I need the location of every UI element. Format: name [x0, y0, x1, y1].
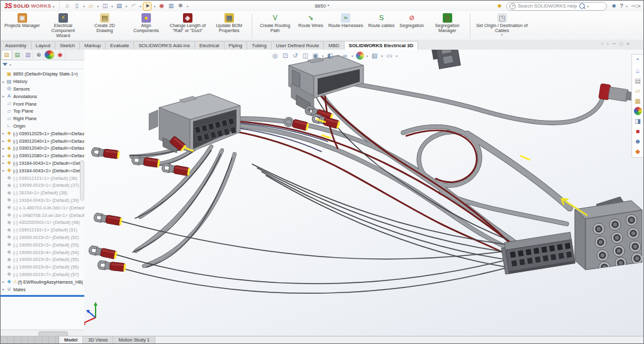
display-pane-icon[interactable]: ▥	[167, 3, 175, 10]
dropdown-caret-icon[interactable]: ▾	[367, 54, 369, 58]
route-wires-button[interactable]: ➘Route Wires	[296, 12, 326, 40]
tree-item[interactable]: ◈(-) 19099-0015<3> (Default) (53)	[1, 241, 84, 248]
connector-12-socket[interactable]	[575, 197, 643, 273]
tree-item[interactable]: ▸◈(-) 039012025<1> (Default<<Default	[1, 130, 84, 137]
undo-icon[interactable]: ↶	[130, 3, 137, 10]
tab-assembly[interactable]: Assembly	[0, 41, 31, 50]
tree-item[interactable]: ∟Origin	[1, 123, 84, 130]
login-icon[interactable]: ☻	[610, 3, 618, 10]
tree-item[interactable]: ◈(-) 19099-0015<5> (Default) (55)	[1, 256, 84, 264]
electrical-3d-pane-icon[interactable]: ■	[634, 127, 642, 135]
tab-piping[interactable]: Piping	[224, 41, 248, 50]
tree-item[interactable]: ▸∪Mates	[1, 286, 84, 293]
tree-item[interactable]: ◈(-) 4302520001<1> (Default) (48)	[1, 219, 84, 226]
dropdown-caret-icon[interactable]: ▾	[337, 54, 339, 58]
zoom-fit-icon[interactable]: ◎	[271, 52, 279, 60]
tree-item[interactable]: ◈(-) 19099-0015<4> (Default) (54)	[1, 248, 84, 256]
home-icon[interactable]: ⌂	[64, 3, 71, 10]
bottom-tab-motion-study-1[interactable]: Motion Study 1	[113, 336, 155, 343]
search-icon[interactable]	[579, 3, 585, 9]
tab-solidworks-electrical-3d[interactable]: SOLIDWORKS Electrical 3D	[344, 41, 419, 50]
tab-layout[interactable]: Layout	[31, 41, 55, 50]
tree-scrollbar[interactable]	[80, 160, 84, 201]
pack-and-go-icon[interactable]: ◆	[634, 147, 642, 155]
save-icon[interactable]: ◫	[101, 3, 109, 10]
tree-item[interactable]: ◈(-) 19099-0015<7> (Default) (57)	[1, 271, 84, 279]
options-icon[interactable]: ✱	[177, 3, 184, 10]
tab-sketch[interactable]: Sketch	[55, 41, 80, 50]
route-harnesses-button[interactable]: ≈Route Harnesses	[326, 12, 366, 40]
tree-item[interactable]: ◈(-) c-0480708-10-an-3d<1> (Default	[1, 211, 84, 219]
tree-item[interactable]: ◈(-) 19099-0015<6> (Default) (56)	[1, 264, 84, 271]
file-explorer-icon[interactable]: ▱	[634, 87, 642, 95]
dropdown-caret-icon[interactable]: ▾	[381, 54, 383, 58]
split-window-icon[interactable]: ▫	[607, 41, 609, 47]
tree-item[interactable]: ◈(-) c-1-480702-0-bt-3d1<1> (Default	[1, 204, 84, 211]
new-window-icon[interactable]: ▫	[601, 41, 603, 47]
forum-icon[interactable]: ☻	[634, 137, 642, 145]
feedback-icon[interactable]: ☻	[496, 3, 503, 10]
dropdown-caret-icon[interactable]: ▾	[125, 4, 127, 8]
tree-item[interactable]: ▸◈(-) 039012040<2> (Default<<Default	[1, 145, 84, 152]
dropdown-caret-icon[interactable]: ▾	[153, 4, 155, 8]
tree-item[interactable]: ▸AAnnotations	[1, 92, 84, 100]
collapse-chevron-icon[interactable]: ⌃	[634, 57, 642, 65]
graphics-viewport[interactable]: ◎⊡↺◫▣▾◧▾∞▾▾▧▾▭▾	[84, 50, 643, 336]
dimxpertmanager-tab-icon[interactable]: ⊕	[34, 50, 44, 59]
dropdown-caret-icon[interactable]: ▾	[501, 33, 503, 36]
appearances-scenes-icon[interactable]	[634, 107, 642, 115]
view-palette-icon[interactable]: ▦	[634, 97, 642, 105]
set-origin-destination-of-cables-button[interactable]: ◳Set Origin / Destination of Cables▾	[472, 12, 531, 40]
tree-item[interactable]: ◈(-) 19099-0015<1> (Default) (37)	[1, 182, 84, 189]
tree-item[interactable]: ◈(-) 039012161<1> (Default) (51)	[1, 226, 84, 234]
section-view-icon[interactable]: ◫	[301, 52, 309, 60]
dropdown-caret-icon[interactable]: ▾	[97, 4, 99, 8]
tab-user-defined-route[interactable]: User Defined Route	[271, 41, 324, 50]
dropdown-caret-icon[interactable]: ▾	[111, 4, 113, 8]
search-caret-icon[interactable]: ▾	[587, 4, 589, 8]
doc-close-button[interactable]: ×	[626, 41, 630, 47]
align-components-button[interactable]: ●Align Components	[125, 12, 167, 40]
tab-solidworks-add-ins[interactable]: SOLIDWORKS Add-Ins	[133, 41, 194, 50]
tree-item[interactable]: ◎Sensors	[1, 86, 84, 93]
route-cables-button[interactable]: SRoute cables	[365, 12, 397, 40]
configurationmanager-tab-icon[interactable]: ▥	[23, 50, 33, 59]
tree-item[interactable]: ▸◈⚠(f) EWRoutingAssyHarness_HB(	[1, 278, 84, 286]
tab-mbd[interactable]: MBD	[323, 41, 344, 50]
dropdown-caret-icon[interactable]: ▾	[396, 54, 398, 58]
view-settings-icon[interactable]: ▭	[386, 52, 394, 60]
update-bom-properties-button[interactable]: ▦Update BOM Properties	[208, 12, 250, 40]
tree-item[interactable]: ▸◈(-) 19164-0043<2> (Default<<Defau	[1, 167, 84, 174]
projects-manager-button[interactable]: ▣Projects Manager	[2, 12, 42, 40]
tree-item[interactable]: ▱Front Plane	[1, 100, 84, 108]
search-input[interactable]: ? Search SOLIDWORKS Help ▾	[506, 2, 607, 11]
doc-minimize-button[interactable]: ─	[613, 41, 616, 47]
tab-evaluate[interactable]: Evaluate	[105, 41, 134, 50]
previous-view-icon[interactable]: ↺	[291, 52, 299, 60]
tree-item[interactable]: ▱Top Plane	[1, 108, 84, 115]
connector-small-top-right[interactable]	[431, 50, 460, 70]
print-icon[interactable]: ▤	[115, 3, 123, 10]
select-tool-icon[interactable]: ➤	[143, 3, 151, 10]
filter-caret-icon[interactable]: ▾	[9, 63, 11, 67]
featuremanager-tab-icon[interactable]: ▤	[2, 50, 12, 59]
electrical-component-wizard-button[interactable]: ⚡Electrical Component Wizard	[42, 12, 84, 40]
dropdown-caret-icon[interactable]: ▾	[83, 4, 85, 8]
tree-item[interactable]: ◈(-) 19164-0043<3> (Default) (39)	[1, 197, 84, 204]
bottom-tab-3d-views[interactable]: 3D Views	[83, 336, 113, 343]
dropdown-caret-icon[interactable]: ▾	[352, 54, 353, 58]
tree-item[interactable]: ▸◈(-) 19164-0043<1> (Default<<Defau	[1, 160, 84, 167]
tab-tubing[interactable]: Tubing	[247, 41, 272, 50]
new-document-icon[interactable]: ▯	[73, 3, 80, 10]
doc-restore-button[interactable]: □	[619, 41, 623, 47]
display-style-icon[interactable]: ◧	[326, 52, 335, 60]
tree-item[interactable]: ◈(-) 36154<1> (Default) (38)	[1, 189, 84, 197]
propertymanager-tab-icon[interactable]: ▤	[13, 50, 23, 59]
filter-icon[interactable]	[3, 63, 8, 66]
open-icon[interactable]: ▱	[87, 3, 94, 10]
segregation-manager-button[interactable]: ▯Segregation Manager	[426, 12, 468, 40]
create-2d-drawing-button[interactable]: ▤Create 2D Drawing	[84, 12, 125, 40]
tab-markup[interactable]: Markup	[79, 41, 106, 50]
design-library-icon[interactable]: ▤	[634, 77, 642, 85]
custom-properties-icon[interactable]: ◨	[634, 117, 642, 125]
